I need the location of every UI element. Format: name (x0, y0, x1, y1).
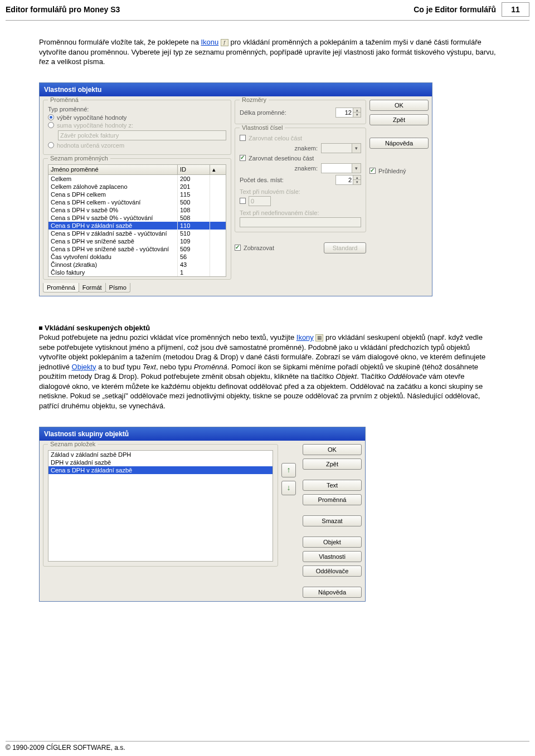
radio-vzorec[interactable]: hodnota určená vzorcem (48, 142, 226, 149)
zpet-button[interactable]: Zpět (303, 459, 362, 470)
objekt-button[interactable]: Objekt (303, 536, 362, 548)
check-zobrazovat[interactable] (235, 245, 241, 251)
group-seznam-promennych: Seznam proměnných Jméno proměnné ID ▴ Ce… (43, 158, 231, 280)
list-item[interactable]: Cena s DPH v základní sazbě - vyúčtování… (48, 230, 226, 237)
dialog-vlastnosti-skupiny: Vlastnosti skupiny objektů Seznam polože… (39, 427, 366, 602)
dialog-vlastnosti-objektu: Vlastnosti objektu Proměnná Typ proměnné… (39, 82, 432, 296)
ok-button[interactable]: OK (303, 444, 362, 455)
pocet-spinner[interactable]: ▴▾ (335, 175, 361, 185)
napoveda-button[interactable]: Nápověda (369, 138, 429, 149)
label-delka: Délka proměnné: (240, 109, 332, 116)
group-seznam-polozek: Seznam položek Základ v základní sazbě D… (43, 444, 278, 567)
suma-source-field (58, 130, 226, 140)
smazat-button[interactable]: Smazat (303, 515, 362, 526)
page-number: 11 (502, 2, 529, 17)
list-item[interactable]: Cena s DPH ve snížené sazbě109 (48, 237, 226, 245)
move-down-button[interactable]: ↓ (281, 481, 296, 495)
list-item[interactable]: Celkem zálohově zaplaceno201 (48, 183, 226, 191)
dropdown-znak2[interactable]: ▾ (321, 163, 361, 173)
list-item[interactable]: Cena s DPH v sazbě 0% - vyúčtování508 (48, 214, 226, 222)
variable-icon: ƒ (221, 39, 228, 46)
doc-title-left: Editor formulářů pro Money S3 (6, 5, 120, 14)
radio-suma[interactable]: suma vypočítané hodnoty z: (48, 122, 226, 129)
list-item[interactable]: Činnost (zkratka)43 (48, 261, 226, 269)
doc-title-right: Co je Editor formulářů (414, 5, 496, 14)
napoveda-button[interactable]: Nápověda (303, 587, 362, 598)
list-item[interactable]: Cena s DPH celkem115 (48, 191, 226, 198)
scroll-up-icon[interactable]: ▴ (210, 165, 218, 174)
group-vlastnosti-cisel: Vlastnosti čísel Zarovnat celou část zna… (235, 128, 366, 232)
dialog2-title: Vlastnosti skupiny objektů (40, 427, 365, 441)
link-objekty[interactable]: Objekty (72, 363, 96, 371)
footer-copyright: © 1990-2009 CÍGLER SOFTWARE, a.s. (6, 744, 529, 752)
zpet-button[interactable]: Zpět (369, 114, 429, 125)
label-pocet-mist: Počet des. míst: (240, 177, 332, 183)
check-pruhledny[interactable]: Průhledný (369, 168, 429, 174)
label-znakem2: znakem: (240, 165, 318, 172)
list-item[interactable]: Číslo faktury1 (48, 269, 226, 276)
promenna-button[interactable]: Proměnná (303, 494, 362, 505)
list-item[interactable]: Cena s DPH ve snížené sazbě - vyúčtování… (48, 245, 226, 253)
move-up-button[interactable]: ↑ (281, 463, 296, 477)
list-item[interactable]: Cena s DPH v sazbě 0%108 (48, 206, 226, 214)
group-icon: ▦ (315, 334, 323, 342)
text-button[interactable]: Text (303, 480, 362, 491)
paragraph-1: Proměnnou formuláře vložíte tak, že pokl… (0, 22, 535, 77)
tab-format[interactable]: Formát (79, 283, 106, 292)
tab-promenna[interactable]: Proměnná (43, 283, 79, 292)
paragraph-2: Vkládání seskupených objektů Pokud potře… (0, 308, 535, 421)
radio-vypocitana[interactable]: výběr vypočítané hodnoty (48, 114, 226, 121)
group-promenna: Proměnná Typ proměnné: výběr vypočítané … (43, 100, 231, 155)
list-item[interactable]: Cena s DPH v základní sazbě110 (48, 222, 226, 230)
list-item[interactable]: Cena s DPH v základní sazbě (48, 466, 273, 474)
list-item[interactable]: Čas vytvoření dokladu56 (48, 253, 226, 261)
link-ikony[interactable]: Ikony (296, 333, 314, 342)
ok-button[interactable]: OK (369, 100, 429, 111)
label-zobrazovat: Zobrazovat (244, 245, 274, 251)
check-zarovnat-des[interactable]: Zarovnat desetinou část (240, 155, 361, 162)
group-rozmery: Rozměry Délka proměnné: ▴▾ (235, 100, 366, 124)
list-item[interactable]: Celkem200 (48, 175, 226, 183)
label-text-nulove: Text při nulovém čísle: (240, 188, 361, 195)
dropdown-znak1[interactable]: ▾ (321, 143, 361, 153)
dialog-title: Vlastnosti objektu (40, 83, 432, 96)
tab-pismo[interactable]: Písmo (105, 283, 130, 292)
variable-list[interactable]: Celkem200Celkem zálohově zaplaceno201Cen… (48, 175, 226, 277)
vlastnosti-button[interactable]: Vlastnosti (303, 551, 362, 562)
list-item[interactable]: Cena s DPH celkem - vyúčtování500 (48, 198, 226, 206)
delka-spinner[interactable]: ▴▾ (335, 108, 361, 118)
label-znakem1: znakem: (240, 145, 318, 152)
dialog-tabs: Proměnná Formát Písmo (43, 283, 231, 292)
oddelovace-button[interactable]: Oddělovače (303, 565, 362, 577)
group-object-list[interactable]: Základ v základní sazbě DPHDPH v základn… (48, 450, 273, 562)
list-item[interactable]: DPH v základní sazbě (48, 459, 273, 466)
link-ikonu[interactable]: Ikonu (201, 38, 219, 46)
label-typ-promenne: Typ proměnné: (48, 106, 226, 113)
list-header: Jméno proměnné ID ▴ (48, 164, 226, 175)
standard-button[interactable]: Standard (324, 242, 366, 253)
list-item[interactable]: Základ v základní sazbě DPH (48, 451, 273, 459)
check-text-nulove[interactable] (240, 196, 361, 206)
text-nedef-field[interactable] (240, 217, 361, 227)
label-text-nedef: Text při nedefinovaném čísle: (240, 209, 361, 216)
check-zarovnat-cela[interactable]: Zarovnat celou část (240, 135, 361, 142)
